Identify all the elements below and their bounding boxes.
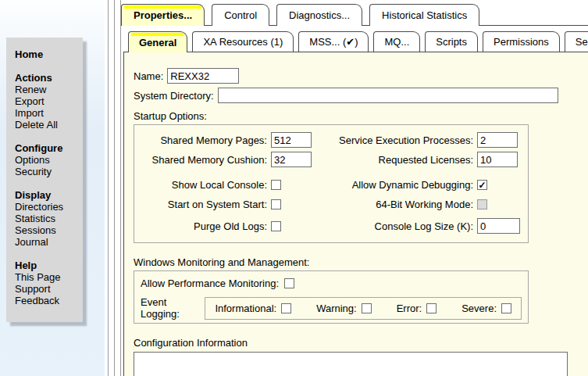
allow-dynamic-debugging-label: Allow Dynamic Debugging: <box>320 179 473 191</box>
shared-memory-cushion-input[interactable] <box>271 152 312 167</box>
sidebar-item-directories[interactable]: Directories <box>15 201 83 213</box>
purge-old-logs-checkbox[interactable] <box>271 221 281 231</box>
performance-monitoring-row: Allow Performance Monitoring: <box>141 278 522 289</box>
show-local-console-checkbox[interactable] <box>271 180 281 190</box>
informational-checkbox[interactable] <box>281 303 291 313</box>
console-log-size-label: Console Log Size (K): <box>320 220 473 232</box>
severe-checkbox[interactable] <box>501 303 511 313</box>
allow-performance-monitoring-checkbox[interactable] <box>284 278 294 288</box>
requested-licenses-input[interactable] <box>477 152 518 167</box>
startup-options-groupbox: Shared Memory Pages: Service Execution P… <box>134 124 529 243</box>
name-row: Name: <box>134 68 588 84</box>
configuration-information-textarea[interactable]: ES-Environment] MFTRACE_CONFIG=C:\Users\… <box>134 352 568 376</box>
sidebar-item-sessions[interactable]: Sessions <box>15 224 83 236</box>
warning-checkbox[interactable] <box>362 303 372 313</box>
start-on-system-start-label: Start on System Start: <box>134 199 267 210</box>
monitoring-groupbox: Allow Performance Monitoring: Event Logg… <box>134 270 529 324</box>
event-warning: Warning: <box>316 303 372 314</box>
frame-divider <box>120 0 121 376</box>
console-log-size-input[interactable] <box>477 218 520 234</box>
severe-label: Severe: <box>461 303 497 314</box>
startup-fields: Shared Memory Pages: Service Execution P… <box>134 132 523 167</box>
system-directory-input[interactable] <box>218 88 558 103</box>
subtab-scripts[interactable]: Scripts <box>425 31 478 52</box>
tab-diagnostics[interactable]: Diagnostics... <box>276 4 362 26</box>
sidebar-header-configure: Configure <box>15 142 83 154</box>
shared-memory-pages-label: Shared Memory Pages: <box>134 134 267 146</box>
tab-properties[interactable]: Properties... <box>121 4 205 26</box>
sidebar-item-this-page[interactable]: This Page <box>15 271 83 283</box>
name-label: Name: <box>134 70 163 82</box>
sidebar-item-options[interactable]: Options <box>15 154 83 166</box>
event-informational: Informational: <box>215 303 291 314</box>
system-directory-label: System Directory: <box>134 90 214 102</box>
event-logging-groupbox: Informational: Warning: Error: Severe: <box>205 297 522 320</box>
sidebar-item-home[interactable]: Home <box>15 48 83 60</box>
informational-label: Informational: <box>215 303 276 314</box>
subtab-xa-resources[interactable]: XA Resources (1) <box>192 31 294 52</box>
subtab-security[interactable]: Security <box>565 31 588 52</box>
configuration-information-label: Configuration Information <box>134 337 588 349</box>
system-directory-row: System Directory: <box>134 88 588 103</box>
windows-monitoring-label: Windows Monitoring and Management: <box>134 256 588 268</box>
warning-label: Warning: <box>316 303 357 314</box>
sidebar-item-feedback[interactable]: Feedback <box>15 295 83 306</box>
sub-tab-bar: General XA Resources (1) MSS... (✔) MQ..… <box>128 31 588 52</box>
sidebar-header-actions: Actions <box>15 72 83 84</box>
name-input[interactable] <box>167 68 239 84</box>
shared-memory-cushion-label: Shared Memory Cushion: <box>134 154 267 166</box>
frame-divider <box>108 0 109 376</box>
sidebar-item-renew[interactable]: Renew <box>15 84 83 95</box>
sidebar-header-display: Display <box>15 189 83 201</box>
tab-control[interactable]: Control <box>212 4 269 26</box>
sidebar-item-import[interactable]: Import <box>15 107 83 119</box>
frame-divider <box>114 0 115 376</box>
event-severe: Severe: <box>461 303 511 314</box>
sidebar-item-journal[interactable]: Journal <box>15 236 83 248</box>
error-label: Error: <box>397 303 422 314</box>
event-logging-row: Event Logging: Informational: Warning: E… <box>141 296 522 320</box>
start-on-system-start-checkbox[interactable] <box>271 199 281 209</box>
event-error: Error: <box>397 303 437 314</box>
startup-options-label: Startup Options: <box>134 110 588 122</box>
subtab-mq[interactable]: MQ... <box>373 31 420 52</box>
error-checkbox[interactable] <box>426 303 437 313</box>
requested-licenses-label: Requested Licenses: <box>320 154 473 166</box>
subtab-general[interactable]: General <box>128 31 187 52</box>
sidebar-item-statistics[interactable]: Statistics <box>15 213 83 224</box>
event-logging-label: Event Logging: <box>141 296 198 320</box>
tab-historical-statistics[interactable]: Historical Statistics <box>369 4 479 26</box>
sidebar-item-support[interactable]: Support <box>15 283 83 295</box>
64bit-working-mode-label: 64-Bit Working Mode: <box>320 199 473 210</box>
purge-old-logs-label: Purge Old Logs: <box>134 220 267 232</box>
sidebar-header-help: Help <box>15 260 83 271</box>
show-local-console-label: Show Local Console: <box>134 179 267 191</box>
service-execution-processes-label: Service Execution Processes: <box>320 134 473 146</box>
shared-memory-pages-input[interactable] <box>271 132 312 148</box>
sidebar-item-security[interactable]: Security <box>15 166 83 177</box>
sidebar-item-delete-all[interactable]: Delete All <box>15 119 83 131</box>
allow-dynamic-debugging-checkbox[interactable] <box>477 180 487 190</box>
subtab-mss[interactable]: MSS... (✔) <box>298 31 369 52</box>
service-execution-processes-input[interactable] <box>477 132 518 148</box>
general-properties-panel: Name: System Directory: Startup Options:… <box>123 52 588 376</box>
top-tab-bar: Properties... Control Diagnostics... His… <box>121 3 479 26</box>
64bit-working-mode-checkbox <box>477 199 487 209</box>
subtab-permissions[interactable]: Permissions <box>483 31 560 52</box>
sidebar-item-export[interactable]: Export <box>15 95 83 107</box>
sidebar-nav: Home Actions Renew Export Import Delete … <box>6 38 83 322</box>
startup-checkboxes: Show Local Console: Allow Dynamic Debugg… <box>134 179 523 234</box>
allow-performance-monitoring-label: Allow Performance Monitoring: <box>141 278 279 289</box>
